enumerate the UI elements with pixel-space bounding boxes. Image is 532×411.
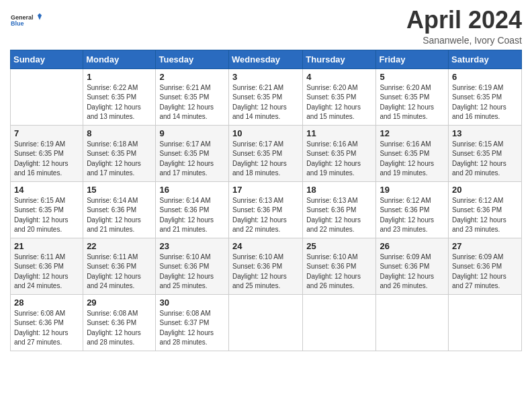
calendar-day-cell: 16Sunrise: 6:14 AMSunset: 6:36 PMDayligh…	[156, 181, 229, 238]
calendar-day-cell: 28Sunrise: 6:08 AMSunset: 6:36 PMDayligh…	[11, 294, 83, 351]
day-number: 2	[159, 72, 225, 82]
day-number: 28	[14, 298, 79, 308]
calendar-day-header: Friday	[376, 50, 449, 68]
day-number: 18	[306, 185, 372, 195]
calendar-day-cell: 7Sunrise: 6:19 AMSunset: 6:35 PMDaylight…	[11, 125, 83, 181]
day-info: Sunrise: 6:19 AMSunset: 6:35 PMDaylight:…	[452, 83, 518, 122]
day-info: Sunrise: 6:21 AMSunset: 6:35 PMDaylight:…	[232, 83, 299, 122]
day-number: 1	[87, 72, 152, 82]
calendar-day-cell: 24Sunrise: 6:10 AMSunset: 6:36 PMDayligh…	[229, 238, 303, 294]
day-number: 11	[306, 128, 372, 138]
calendar-week-row: 28Sunrise: 6:08 AMSunset: 6:36 PMDayligh…	[11, 294, 522, 351]
day-info: Sunrise: 6:10 AMSunset: 6:36 PMDaylight:…	[306, 253, 372, 291]
calendar-day-cell: 12Sunrise: 6:16 AMSunset: 6:35 PMDayligh…	[376, 125, 449, 181]
day-number: 3	[232, 72, 299, 82]
day-number: 4	[306, 72, 372, 82]
day-info: Sunrise: 6:20 AMSunset: 6:35 PMDaylight:…	[380, 83, 445, 122]
day-number: 13	[452, 128, 518, 138]
day-number: 24	[232, 241, 299, 251]
svg-marker-2	[36, 13, 44, 20]
day-info: Sunrise: 6:08 AMSunset: 6:36 PMDaylight:…	[14, 309, 79, 348]
day-info: Sunrise: 6:13 AMSunset: 6:36 PMDaylight:…	[306, 196, 372, 235]
calendar-day-cell: 11Sunrise: 6:16 AMSunset: 6:35 PMDayligh…	[303, 125, 376, 181]
day-info: Sunrise: 6:14 AMSunset: 6:36 PMDaylight:…	[87, 196, 152, 235]
day-info: Sunrise: 6:11 AMSunset: 6:36 PMDaylight:…	[14, 253, 79, 291]
calendar-day-cell: 26Sunrise: 6:09 AMSunset: 6:36 PMDayligh…	[376, 238, 449, 294]
day-info: Sunrise: 6:22 AMSunset: 6:35 PMDaylight:…	[87, 83, 152, 122]
calendar-day-cell: 25Sunrise: 6:10 AMSunset: 6:36 PMDayligh…	[303, 238, 376, 294]
day-info: Sunrise: 6:14 AMSunset: 6:36 PMDaylight:…	[159, 196, 225, 235]
calendar-day-cell	[449, 294, 522, 351]
calendar-day-cell: 1Sunrise: 6:22 AMSunset: 6:35 PMDaylight…	[83, 68, 156, 125]
day-number: 27	[452, 241, 518, 251]
day-info: Sunrise: 6:20 AMSunset: 6:35 PMDaylight:…	[306, 83, 372, 122]
day-number: 22	[87, 241, 152, 251]
day-number: 5	[380, 72, 445, 82]
calendar-day-cell	[11, 68, 83, 125]
calendar-day-cell: 15Sunrise: 6:14 AMSunset: 6:36 PMDayligh…	[83, 181, 156, 238]
calendar-week-row: 14Sunrise: 6:15 AMSunset: 6:35 PMDayligh…	[11, 181, 522, 238]
calendar-day-cell: 9Sunrise: 6:17 AMSunset: 6:35 PMDaylight…	[156, 125, 229, 181]
calendar-day-cell: 21Sunrise: 6:11 AMSunset: 6:36 PMDayligh…	[11, 238, 83, 294]
day-number: 8	[87, 128, 152, 138]
calendar-day-cell: 30Sunrise: 6:08 AMSunset: 6:37 PMDayligh…	[156, 294, 229, 351]
day-number: 12	[380, 128, 445, 138]
calendar-week-row: 21Sunrise: 6:11 AMSunset: 6:36 PMDayligh…	[11, 238, 522, 294]
calendar-day-cell	[376, 294, 449, 351]
calendar-day-cell: 4Sunrise: 6:20 AMSunset: 6:35 PMDaylight…	[303, 68, 376, 125]
calendar-day-cell: 17Sunrise: 6:13 AMSunset: 6:36 PMDayligh…	[229, 181, 303, 238]
day-number: 15	[87, 185, 152, 195]
calendar-day-header: Wednesday	[229, 50, 303, 68]
day-number: 26	[380, 241, 445, 251]
svg-text:Blue: Blue	[11, 20, 24, 27]
day-number: 10	[232, 128, 299, 138]
page: General Blue April 2024 Sananwele, Ivory…	[0, 0, 532, 411]
calendar-day-cell: 23Sunrise: 6:10 AMSunset: 6:36 PMDayligh…	[156, 238, 229, 294]
day-info: Sunrise: 6:09 AMSunset: 6:36 PMDaylight:…	[452, 253, 518, 291]
day-number: 14	[14, 185, 79, 195]
day-info: Sunrise: 6:09 AMSunset: 6:36 PMDaylight:…	[380, 253, 445, 291]
calendar-day-header: Sunday	[11, 50, 83, 68]
day-info: Sunrise: 6:11 AMSunset: 6:36 PMDaylight:…	[87, 253, 152, 291]
calendar-table: SundayMondayTuesdayWednesdayThursdayFrid…	[10, 50, 522, 351]
calendar-day-cell	[229, 294, 303, 351]
day-info: Sunrise: 6:15 AMSunset: 6:35 PMDaylight:…	[452, 140, 518, 179]
calendar-day-cell: 14Sunrise: 6:15 AMSunset: 6:35 PMDayligh…	[11, 181, 83, 238]
day-info: Sunrise: 6:17 AMSunset: 6:35 PMDaylight:…	[159, 140, 225, 179]
day-info: Sunrise: 6:15 AMSunset: 6:35 PMDaylight:…	[14, 196, 79, 235]
header: General Blue April 2024 Sananwele, Ivory…	[10, 7, 522, 46]
svg-text:General: General	[11, 14, 34, 21]
logo: General Blue	[10, 7, 44, 34]
day-number: 6	[452, 72, 518, 82]
subtitle: Sananwele, Ivory Coast	[406, 35, 522, 46]
title-block: April 2024 Sananwele, Ivory Coast	[406, 7, 522, 46]
calendar-day-cell: 10Sunrise: 6:17 AMSunset: 6:35 PMDayligh…	[229, 125, 303, 181]
calendar-day-cell: 29Sunrise: 6:08 AMSunset: 6:36 PMDayligh…	[83, 294, 156, 351]
day-info: Sunrise: 6:10 AMSunset: 6:36 PMDaylight:…	[159, 253, 225, 291]
calendar-day-cell: 6Sunrise: 6:19 AMSunset: 6:35 PMDaylight…	[449, 68, 522, 125]
day-info: Sunrise: 6:08 AMSunset: 6:37 PMDaylight:…	[159, 309, 225, 348]
calendar-week-row: 7Sunrise: 6:19 AMSunset: 6:35 PMDaylight…	[11, 125, 522, 181]
calendar-day-header: Thursday	[303, 50, 376, 68]
calendar-day-cell: 19Sunrise: 6:12 AMSunset: 6:36 PMDayligh…	[376, 181, 449, 238]
day-info: Sunrise: 6:08 AMSunset: 6:36 PMDaylight:…	[87, 309, 152, 348]
day-number: 21	[14, 241, 79, 251]
day-info: Sunrise: 6:21 AMSunset: 6:35 PMDaylight:…	[159, 83, 225, 122]
day-number: 7	[14, 128, 79, 138]
day-number: 20	[452, 185, 518, 195]
calendar-day-cell: 8Sunrise: 6:18 AMSunset: 6:35 PMDaylight…	[83, 125, 156, 181]
main-title: April 2024	[406, 7, 522, 34]
day-number: 19	[380, 185, 445, 195]
day-number: 30	[159, 298, 225, 308]
day-info: Sunrise: 6:17 AMSunset: 6:35 PMDaylight:…	[232, 140, 299, 179]
day-info: Sunrise: 6:16 AMSunset: 6:35 PMDaylight:…	[306, 140, 372, 179]
day-info: Sunrise: 6:12 AMSunset: 6:36 PMDaylight:…	[452, 196, 518, 235]
day-number: 25	[306, 241, 372, 251]
calendar-day-cell: 20Sunrise: 6:12 AMSunset: 6:36 PMDayligh…	[449, 181, 522, 238]
day-info: Sunrise: 6:19 AMSunset: 6:35 PMDaylight:…	[14, 140, 79, 179]
calendar-day-cell	[303, 294, 376, 351]
day-number: 16	[159, 185, 225, 195]
calendar-week-row: 1Sunrise: 6:22 AMSunset: 6:35 PMDaylight…	[11, 68, 522, 125]
logo-svg: General Blue	[10, 7, 44, 34]
day-info: Sunrise: 6:12 AMSunset: 6:36 PMDaylight:…	[380, 196, 445, 235]
